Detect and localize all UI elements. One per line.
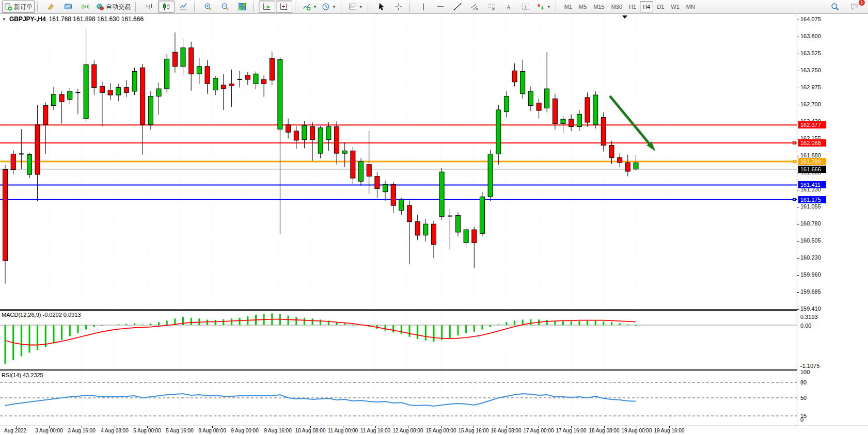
templates-button[interactable]: ▼ <box>346 1 365 13</box>
current-price-badge: 161.666 <box>798 166 826 173</box>
axis-tick-mark <box>797 71 799 71</box>
arrows-icon <box>536 3 545 11</box>
time-label: 5 Aug 00:00 <box>133 428 161 433</box>
axis-tick-mark <box>797 292 799 293</box>
notifications-button[interactable]: 1 <box>846 1 863 13</box>
time-label: 11 Aug 16:00 <box>360 428 390 433</box>
rsi-pane-canvas[interactable] <box>0 371 797 426</box>
periods-button[interactable]: ▼ <box>320 1 338 13</box>
rsi-tick-label: 100 <box>800 369 810 375</box>
chart-area[interactable]: ▼ GBPJPY-,H4 161.768 161.898 161.630 161… <box>0 14 868 435</box>
time-label: 11 Aug 00:00 <box>328 428 358 433</box>
svg-text:F: F <box>492 8 494 11</box>
time-label: 3 Aug 00:00 <box>35 428 62 433</box>
rsi-indicator-label: RSI(14) 43.2325 <box>2 372 43 378</box>
zoom-in-button[interactable] <box>200 1 216 13</box>
axis-tick-mark <box>797 190 799 190</box>
new-order-label: 新订单 <box>14 3 33 11</box>
auto-scroll-button[interactable] <box>259 1 275 13</box>
timeframe-w1-button[interactable]: W1 <box>668 1 683 12</box>
timeframe-h4-button[interactable]: H4 <box>640 1 653 12</box>
time-label: 12 Aug 08:00 <box>393 428 423 433</box>
line-chart-icon <box>179 3 187 11</box>
timeframe-m1-button[interactable]: M1 <box>561 1 575 12</box>
equidistant-channel-button[interactable]: E <box>466 1 483 13</box>
tile-windows-button[interactable] <box>234 1 250 13</box>
horizontal-line-button[interactable] <box>432 1 449 13</box>
trend-line-icon <box>453 3 462 11</box>
crosshair-button[interactable] <box>390 1 407 13</box>
grid-lines <box>17 371 669 426</box>
price-tick-label: 163.250 <box>800 67 821 73</box>
time-label: 19 Aug 16:00 <box>654 428 685 433</box>
toolbar: 新订单 自动交易 ▼ ▼ ▼ E F A T <box>0 0 868 14</box>
price-tick-label: 164.075 <box>800 16 821 22</box>
signals-icon <box>81 3 89 11</box>
signals-button[interactable] <box>77 1 93 13</box>
auto-scroll-icon <box>263 3 271 11</box>
rsi-tick-label: 80 <box>800 379 807 385</box>
axis-tick-mark <box>797 156 799 156</box>
chisel-icon <box>47 3 55 11</box>
price-axis[interactable]: 164.075163.800163.525163.250162.975162.7… <box>797 14 868 426</box>
bar-chart-mode-button[interactable] <box>141 1 157 13</box>
horizontal-level-lines[interactable] <box>0 125 797 200</box>
time-label: 17 Aug 16:00 <box>556 428 587 433</box>
market-watch-button[interactable] <box>60 1 76 13</box>
price-chart-canvas[interactable] <box>0 14 797 309</box>
text-label-button[interactable]: T <box>517 1 534 13</box>
symbol-dropdown-icon[interactable]: ▼ <box>2 17 6 22</box>
search-button[interactable] <box>827 1 843 13</box>
fibonacci-button[interactable]: F <box>483 1 500 13</box>
level-end-marker <box>793 198 796 201</box>
grid-lines <box>17 311 669 369</box>
axis-tick-mark <box>797 309 799 310</box>
axis-tick-mark <box>797 105 799 105</box>
chevron-down-icon: ▼ <box>359 5 363 9</box>
timeframe-m5-button[interactable]: M5 <box>576 1 590 12</box>
price-tick-label: 159.685 <box>800 288 821 295</box>
zoom-in-icon <box>204 3 212 11</box>
price-tick-label: 162.975 <box>800 84 821 90</box>
auto-trading-button[interactable]: 自动交易 <box>94 1 133 13</box>
svg-text:T: T <box>524 5 527 10</box>
time-label: 16 Aug 08:00 <box>491 428 522 433</box>
axis-tick-mark <box>797 275 799 276</box>
text-label-icon: T <box>522 3 530 11</box>
chisel-tool-button[interactable] <box>43 1 59 13</box>
crosshair-icon <box>394 3 403 11</box>
rsi-tick-label: 0 <box>800 416 803 423</box>
text-tool-button[interactable]: A <box>500 1 517 13</box>
cursor-icon <box>377 3 386 11</box>
timeframe-h1-button[interactable]: H1 <box>626 1 639 12</box>
timeframe-m15-button[interactable]: M15 <box>590 1 607 12</box>
periods-clock-icon <box>322 3 330 11</box>
chart-shift-button[interactable] <box>276 1 292 13</box>
axis-tick-mark <box>797 88 799 88</box>
timeframe-d1-button[interactable]: D1 <box>654 1 667 12</box>
line-chart-mode-button[interactable] <box>175 1 192 13</box>
new-order-button[interactable]: 新订单 <box>2 1 35 13</box>
zoom-out-button[interactable] <box>217 1 233 13</box>
toolbar-separator <box>556 2 559 12</box>
macd-pane-canvas[interactable] <box>0 311 797 369</box>
time-label: 9 Aug 00:00 <box>231 428 258 433</box>
rsi-line <box>5 394 636 406</box>
rsi-level-lines <box>0 382 797 416</box>
indicators-button[interactable]: ▼ <box>301 1 319 13</box>
time-axis[interactable]: Aug 20223 Aug 00:003 Aug 16:004 Aug 08:0… <box>0 426 868 435</box>
cursor-button[interactable] <box>373 1 390 13</box>
scroll-position-marker <box>622 15 627 19</box>
bar-chart-icon <box>145 3 153 11</box>
candlestick-mode-button[interactable] <box>158 1 175 13</box>
indicators-icon <box>303 3 311 11</box>
timeframe-m30-button[interactable]: M30 <box>608 1 625 12</box>
vertical-line-button[interactable] <box>415 1 432 13</box>
trend-line-button[interactable] <box>449 1 466 13</box>
timeframe-mn-button[interactable]: MN <box>683 1 698 12</box>
axis-tick-mark <box>797 173 799 173</box>
text-tool-icon: A <box>504 3 513 11</box>
arrows-button[interactable]: ▼ <box>534 1 553 13</box>
new-order-icon <box>4 3 12 11</box>
axis-tick-mark <box>797 37 799 37</box>
